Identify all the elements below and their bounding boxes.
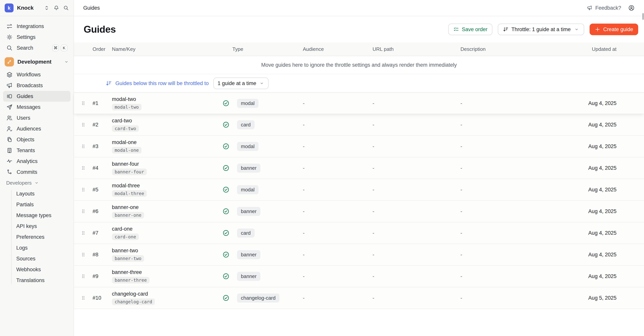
sidebar-item-label: Tenants — [17, 148, 68, 154]
guide-row[interactable]: #10 changelog-card changelog-card change… — [74, 287, 644, 309]
guide-url-path: - — [372, 187, 460, 193]
sidebar-item-commits[interactable]: Commits — [0, 167, 74, 177]
ignore-throttle-dropzone[interactable]: Move guides here to ignore the throttle … — [74, 56, 644, 74]
page-title: Guides — [84, 24, 116, 35]
feedback-button[interactable]: Feedback? — [587, 5, 621, 11]
guide-name: banner-one — [112, 204, 222, 210]
drag-handle-icon[interactable] — [81, 230, 86, 236]
sidebar-primary-nav: IntegrationsSettingsSearch⌘K — [0, 21, 74, 53]
sidebar-item-analytics[interactable]: Analytics — [0, 156, 74, 167]
drag-handle-icon[interactable] — [81, 208, 86, 214]
guide-type-badge: banner — [237, 272, 260, 281]
guide-row[interactable]: #6 banner-one banner-one banner - - - Au… — [74, 201, 644, 222]
guide-order: #10 — [92, 295, 112, 301]
guide-type-badge: banner — [237, 164, 260, 173]
drag-handle-icon[interactable] — [81, 165, 86, 171]
plus-icon — [595, 26, 600, 32]
drag-handle-icon[interactable] — [81, 252, 86, 258]
throttle-count-dropdown[interactable]: 1 guide at a time — [214, 78, 269, 89]
sidebar-item-objects[interactable]: Objects — [0, 134, 74, 145]
scrollbar-thumb[interactable] — [642, 13, 644, 20]
sidebar-item-search[interactable]: Search⌘K — [0, 42, 74, 53]
sidebar-item-label: Integrations — [17, 23, 68, 29]
guide-url-path: - — [372, 208, 460, 214]
workspace-switcher-icon[interactable] — [44, 5, 50, 11]
guide-key-badge: modal-three — [112, 190, 147, 197]
sidebar-item-tenants[interactable]: Tenants — [0, 145, 74, 156]
sidebar-item-workflows[interactable]: Workflows — [0, 69, 74, 80]
sidebar-item-audiences[interactable]: Audiences — [0, 123, 74, 134]
sidebar-item-translations[interactable]: Translations — [0, 275, 74, 286]
sidebar-item-api-keys[interactable]: API keys — [0, 221, 74, 232]
guide-row[interactable]: #4 banner-four banner-four banner - - - … — [74, 157, 644, 179]
topbar: Guides Feedback? — [74, 0, 644, 16]
sidebar-item-label: Objects — [17, 137, 68, 143]
guides-icon — [6, 93, 13, 100]
developers-section-toggle[interactable]: Developers — [0, 178, 74, 187]
sidebar-item-preferences[interactable]: Preferences — [0, 232, 74, 242]
guide-row[interactable]: #8 banner-two banner-two banner - - - Au… — [74, 244, 644, 266]
guide-row[interactable]: #1 modal-two modal-two modal - - - Aug 4… — [74, 92, 644, 114]
sidebar-item-logs[interactable]: Logs — [0, 242, 74, 253]
save-order-button[interactable]: Save order — [448, 23, 492, 35]
account-avatar[interactable] — [628, 5, 635, 11]
guide-name: changelog-card — [112, 291, 222, 297]
drag-handle-icon[interactable] — [81, 122, 86, 128]
search-icon[interactable] — [63, 5, 69, 11]
guide-type-badge: changelog-card — [237, 294, 280, 303]
drag-handle-icon[interactable] — [81, 100, 86, 106]
sidebar-item-layouts[interactable]: Layouts — [0, 188, 74, 199]
notifications-bell-icon[interactable] — [54, 5, 59, 11]
drag-handle-icon[interactable] — [81, 273, 86, 279]
swap-icon — [6, 23, 13, 29]
sidebar-item-webhooks[interactable]: Webhooks — [0, 264, 74, 275]
guide-type-badge: modal — [237, 99, 258, 108]
guide-name: modal-one — [112, 139, 222, 145]
sidebar-item-message-types[interactable]: Message types — [0, 210, 74, 221]
sidebar-item-label: API keys — [16, 223, 68, 229]
environment-switcher[interactable]: Development — [0, 56, 74, 68]
sidebar-item-sources[interactable]: Sources — [0, 253, 74, 264]
status-check-icon — [222, 100, 230, 107]
guide-row[interactable]: #7 card-one card-one card - - - Aug 4, 2… — [74, 222, 644, 244]
column-description: Description — [460, 46, 576, 52]
guide-url-path: - — [372, 230, 460, 236]
breadcrumb[interactable]: Guides — [83, 5, 100, 11]
sidebar-item-label: Webhooks — [16, 267, 68, 273]
throttle-divider-note: Guides below this row will be throttled … — [116, 80, 209, 86]
chevron-down-icon — [574, 27, 579, 32]
guide-row[interactable]: #3 modal-one modal-one modal - - - Aug 4… — [74, 136, 644, 157]
sidebar-item-label: Partials — [16, 202, 68, 208]
create-guide-button[interactable]: Create guide — [590, 23, 638, 35]
drag-handle-icon[interactable] — [81, 295, 86, 301]
sidebar-item-guides[interactable]: Guides — [3, 91, 70, 102]
status-check-icon — [222, 273, 230, 280]
sidebar-item-integrations[interactable]: Integrations — [0, 21, 74, 32]
guide-name: modal-three — [112, 183, 222, 189]
column-updated-at: Updated at — [576, 46, 644, 52]
status-check-icon — [222, 121, 230, 128]
guide-audience: - — [303, 100, 372, 106]
throttle-dropdown[interactable]: Throttle: 1 guide at a time — [498, 23, 584, 35]
sidebar-item-settings[interactable]: Settings — [0, 32, 74, 42]
guide-description: - — [460, 100, 576, 106]
guide-updated-at: Aug 4, 2025 — [576, 208, 644, 214]
guide-updated-at: Aug 5, 2025 — [576, 295, 644, 301]
sidebar-item-partials[interactable]: Partials — [0, 199, 74, 210]
drag-handle-icon[interactable] — [81, 187, 86, 192]
megaphone-icon — [6, 82, 13, 89]
column-audience: Audience — [303, 46, 372, 52]
guide-description: - — [460, 230, 576, 236]
guide-row[interactable]: #2 card-two card-two card - - - Aug 4, 2… — [74, 114, 644, 136]
sidebar-item-users[interactable]: Users — [0, 113, 74, 123]
guide-row[interactable]: #5 modal-three modal-three modal - - - A… — [74, 179, 644, 201]
sidebar-item-broadcasts[interactable]: Broadcasts — [0, 80, 74, 91]
guide-row[interactable]: #9 banner-three banner-three banner - - … — [74, 266, 644, 287]
guide-updated-at: Aug 4, 2025 — [576, 273, 644, 279]
guide-order: #9 — [92, 273, 112, 279]
drag-handle-icon[interactable] — [81, 144, 86, 149]
guide-updated-at: Aug 4, 2025 — [576, 144, 644, 150]
sidebar-item-messages[interactable]: Messages — [0, 102, 74, 113]
guide-order: #4 — [92, 165, 112, 171]
sidebar-item-label: Users — [17, 115, 68, 121]
